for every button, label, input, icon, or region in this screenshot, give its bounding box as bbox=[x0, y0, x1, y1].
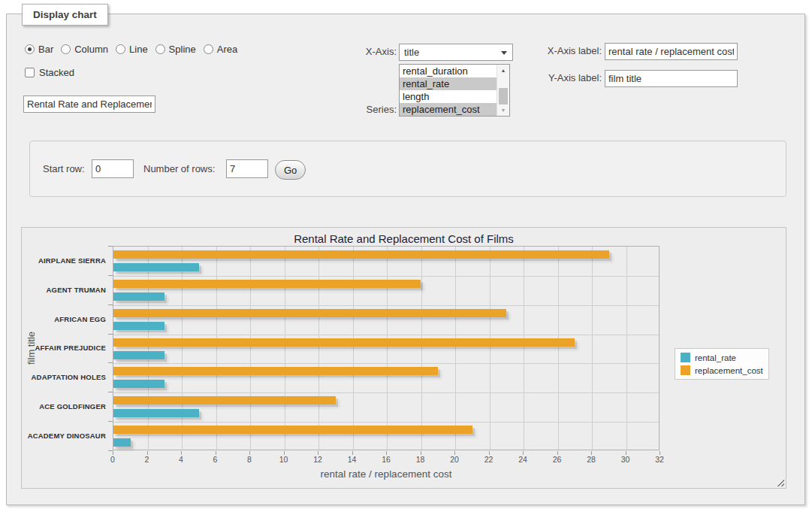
x-tick-label: 10 bbox=[269, 455, 299, 464]
series-option-replacement_cost[interactable]: replacement_cost bbox=[400, 103, 497, 116]
legend-swatch-icon bbox=[681, 353, 690, 362]
category-label: ACADEMY DINOSAUR bbox=[22, 421, 106, 450]
gridline bbox=[182, 247, 183, 450]
category-label: AGENT TRUMAN bbox=[22, 275, 106, 304]
gridline bbox=[524, 247, 524, 450]
stacked-checkbox[interactable] bbox=[25, 68, 35, 77]
y-axis-label-input[interactable] bbox=[605, 70, 738, 87]
number-of-rows-caption: Number of rows: bbox=[143, 163, 215, 174]
y-tick-mark bbox=[108, 334, 113, 335]
stacked-checkbox-row[interactable]: Stacked bbox=[25, 67, 74, 78]
series-listbox[interactable]: rental_durationrental_ratelengthreplacem… bbox=[399, 64, 510, 117]
bar-replacement_cost bbox=[113, 338, 575, 347]
x-axis-label-input[interactable] bbox=[605, 43, 738, 60]
x-tick-label: 26 bbox=[542, 455, 572, 464]
chart-type-options: BarColumnLineSplineArea bbox=[25, 44, 237, 55]
legend-label: replacement_cost bbox=[695, 366, 763, 375]
x-tick-label: 28 bbox=[576, 455, 606, 464]
category-label: AFRICAN EGG bbox=[22, 304, 106, 334]
bar-rental_rate bbox=[113, 292, 165, 301]
chart-panel: Rental Rate and Replacement Cost of Film… bbox=[21, 227, 786, 489]
chart-type-radio-line[interactable]: Line bbox=[116, 44, 148, 55]
resize-handle-icon[interactable] bbox=[776, 478, 784, 486]
bar-rental_rate bbox=[113, 380, 165, 388]
gridline bbox=[113, 305, 659, 306]
x-tick-label: 6 bbox=[201, 455, 231, 464]
gridline bbox=[216, 247, 217, 450]
legend-item: replacement_cost bbox=[681, 365, 763, 375]
x-tick-label: 24 bbox=[508, 455, 538, 464]
y-tick-mark bbox=[108, 275, 113, 276]
y-tick-mark bbox=[108, 450, 113, 451]
series-option-rental_duration[interactable]: rental_duration bbox=[400, 65, 497, 77]
radio-icon[interactable] bbox=[204, 44, 213, 54]
row-range-panel: Start row: Number of rows: Go bbox=[29, 141, 786, 197]
gridline bbox=[353, 247, 354, 450]
x-axis-caption: X-Axis: bbox=[349, 46, 397, 57]
radio-icon[interactable] bbox=[61, 44, 71, 54]
scroll-down-icon[interactable]: ▼ bbox=[497, 105, 509, 116]
series-option-rental_rate[interactable]: rental_rate bbox=[400, 77, 497, 90]
chart-legend: rental_ratereplacement_cost bbox=[675, 348, 769, 380]
x-tick-label: 30 bbox=[611, 455, 641, 464]
gridline bbox=[558, 247, 559, 450]
y-axis-label-caption: Y-Axis label: bbox=[518, 72, 602, 83]
series-option-length[interactable]: length bbox=[400, 90, 497, 103]
radio-icon[interactable] bbox=[25, 44, 35, 54]
x-axis-label: rental rate / replacement cost bbox=[113, 468, 660, 480]
chart-type-label: Bar bbox=[38, 44, 53, 55]
start-row-input[interactable] bbox=[92, 159, 134, 178]
bar-replacement_cost bbox=[113, 280, 421, 288]
gridline bbox=[387, 247, 388, 450]
start-row-caption: Start row: bbox=[43, 163, 85, 174]
listbox-scrollbar[interactable]: ▲ ▼ bbox=[497, 65, 509, 116]
y-tick-mark bbox=[108, 421, 113, 422]
bar-replacement_cost bbox=[113, 309, 506, 317]
x-tick-label: 16 bbox=[371, 455, 401, 464]
display-chart-fieldset: Display chart BarColumnLineSplineArea St… bbox=[6, 14, 805, 505]
chart-type-label: Column bbox=[74, 44, 108, 55]
chart-type-radio-column[interactable]: Column bbox=[61, 44, 108, 55]
gridline bbox=[113, 422, 659, 423]
radio-icon[interactable] bbox=[155, 44, 165, 54]
chart-title-input[interactable] bbox=[23, 95, 155, 113]
radio-icon[interactable] bbox=[116, 44, 125, 54]
chart-type-radio-area[interactable]: Area bbox=[204, 44, 237, 55]
bar-replacement_cost bbox=[113, 250, 609, 259]
gridline bbox=[421, 247, 422, 450]
x-tick-label: 18 bbox=[406, 455, 436, 464]
x-axis-select[interactable]: title bbox=[399, 44, 513, 61]
chart-type-label: Spline bbox=[169, 44, 196, 55]
legend-item: rental_rate bbox=[681, 353, 763, 362]
x-axis-selected-value: title bbox=[404, 47, 419, 58]
gridline bbox=[250, 247, 251, 450]
legend-swatch-icon bbox=[681, 365, 690, 375]
plot-area bbox=[113, 246, 660, 450]
chart-type-radio-spline[interactable]: Spline bbox=[155, 44, 196, 55]
bar-rental_rate bbox=[113, 263, 199, 271]
bar-replacement_cost bbox=[113, 426, 472, 434]
x-tick-label: 4 bbox=[166, 455, 196, 464]
x-tick-label: 0 bbox=[98, 455, 128, 464]
bar-rental_rate bbox=[113, 322, 165, 330]
gridline bbox=[455, 247, 456, 450]
y-tick-mark bbox=[108, 246, 113, 247]
series-options: rental_durationrental_ratelengthreplacem… bbox=[400, 65, 509, 116]
y-tick-mark bbox=[108, 392, 113, 392]
gridline bbox=[113, 392, 659, 393]
chart-type-label: Line bbox=[129, 44, 148, 55]
bar-rental_rate bbox=[113, 351, 165, 359]
fieldset-legend: Display chart bbox=[22, 4, 108, 26]
scroll-up-icon[interactable]: ▲ bbox=[497, 65, 509, 76]
y-tick-mark bbox=[108, 304, 113, 305]
number-of-rows-input[interactable] bbox=[226, 159, 268, 178]
x-tick-label: 8 bbox=[234, 455, 264, 464]
gridline bbox=[318, 247, 319, 450]
scrollbar-thumb[interactable] bbox=[499, 88, 508, 105]
legend-label: rental_rate bbox=[695, 353, 736, 362]
go-button[interactable]: Go bbox=[275, 160, 306, 180]
x-tick-label: 20 bbox=[439, 455, 469, 464]
x-tick-label: 32 bbox=[644, 455, 675, 464]
chart-type-label: Area bbox=[217, 44, 237, 55]
chart-type-radio-bar[interactable]: Bar bbox=[25, 44, 53, 55]
